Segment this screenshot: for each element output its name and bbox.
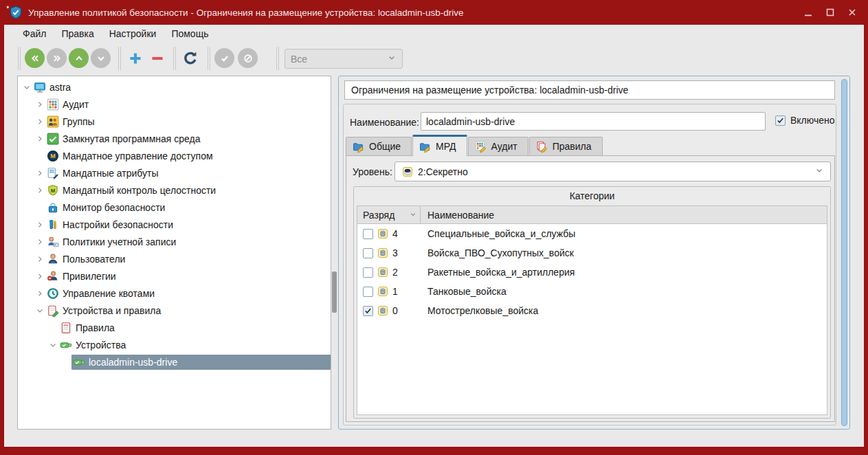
name-input[interactable] xyxy=(421,112,766,131)
menu-файл[interactable]: Файл xyxy=(15,26,54,41)
down-button[interactable] xyxy=(91,48,111,68)
enabled-label: Включено xyxy=(790,115,835,126)
tree-item[interactable]: MМандатный контроль целостности xyxy=(18,181,331,199)
account-policy-icon xyxy=(47,236,59,248)
tab-bar: ОбщиеМРДАудитПравила xyxy=(346,135,603,155)
chevron-right-icon[interactable] xyxy=(34,116,45,127)
tab-аудит[interactable]: Аудит xyxy=(468,137,528,155)
filter-dropdown[interactable]: Все xyxy=(285,49,403,69)
chevron-right-icon[interactable] xyxy=(34,185,45,196)
chevron-right-icon[interactable] xyxy=(34,99,45,110)
menu-bar: ФайлПравкаНастройкиПомощь xyxy=(4,25,864,43)
tab-правила[interactable]: Правила xyxy=(529,137,603,155)
users-icon xyxy=(47,253,59,265)
tree-item[interactable]: Управление квотами xyxy=(18,285,331,302)
tree-item[interactable]: Настройки безопасности xyxy=(18,216,331,233)
tab-мрд[interactable]: МРД xyxy=(412,135,467,156)
add-button[interactable] xyxy=(125,48,146,69)
apply-button[interactable] xyxy=(214,48,234,68)
up-button[interactable] xyxy=(69,48,89,68)
tree-item[interactable]: Устройства xyxy=(18,336,331,353)
row-checkbox[interactable] xyxy=(363,248,373,258)
row-checkbox[interactable] xyxy=(363,267,373,278)
expander-spacer xyxy=(34,202,45,213)
table-row[interactable]: 1Танковые_войска xyxy=(357,282,827,301)
tree-item[interactable]: Монитор безопасности xyxy=(18,199,331,216)
first-button[interactable] xyxy=(25,48,45,68)
table-row[interactable]: 0Мотострелковые_войска xyxy=(357,301,827,320)
tree-item-label: Пользователи xyxy=(63,254,125,265)
chevron-down-icon[interactable] xyxy=(34,305,45,316)
scrollbar-thumb[interactable] xyxy=(841,79,847,426)
window-title: Управление политикой безопасности - Огра… xyxy=(28,8,464,18)
tab-общие[interactable]: Общие xyxy=(346,137,412,155)
toolbar: Все xyxy=(4,43,864,74)
close-button[interactable] xyxy=(846,6,858,19)
table-row[interactable]: 3Войска_ПВО_Сухопутных_войск xyxy=(357,243,827,263)
row-checkbox[interactable] xyxy=(363,287,373,297)
tree-item-label: Устройства и правила xyxy=(63,305,161,316)
tree-item-label: Аудит xyxy=(63,99,89,110)
tree-item[interactable]: Мандатные атрибуты xyxy=(18,164,331,181)
tree-item-label: localadmin-usb-drive xyxy=(89,357,177,368)
table-row[interactable]: 4Специальные_войска_и_службы xyxy=(357,224,827,243)
table-row[interactable]: 2Ракетные_войска_и_артиллерия xyxy=(357,263,827,282)
tree-item[interactable]: Группы xyxy=(18,113,331,130)
level-value: 2:Секретно xyxy=(418,166,810,177)
app-window: Управление политикой безопасности - Огра… xyxy=(0,0,868,455)
tree-item[interactable]: Пользователи xyxy=(18,250,331,267)
rank-value: 4 xyxy=(392,228,398,239)
chevron-right-icon[interactable] xyxy=(34,271,45,282)
chevron-right-icon[interactable] xyxy=(34,236,45,247)
tree-item[interactable]: Политики учетной записи xyxy=(18,233,331,250)
row-checkbox[interactable] xyxy=(363,306,373,316)
tree-item[interactable]: astra xyxy=(18,78,331,96)
rank-value: 1 xyxy=(392,286,398,297)
tree-item-label: astra xyxy=(49,82,71,93)
category-icon xyxy=(377,267,388,278)
chevron-right-icon[interactable] xyxy=(34,254,45,265)
tree-item[interactable]: Привилегии xyxy=(18,267,331,285)
menu-настройки[interactable]: Настройки xyxy=(102,26,164,41)
monitor-icon xyxy=(34,81,46,93)
minimize-button[interactable] xyxy=(802,6,814,19)
column-header-name[interactable]: Наименование xyxy=(421,206,827,223)
level-dropdown[interactable]: 2:Секретно xyxy=(394,162,831,181)
category-name: Ракетные_войска_и_артиллерия xyxy=(421,263,827,282)
tree-item[interactable]: Аудит xyxy=(18,96,331,113)
shield-icon xyxy=(9,5,23,19)
last-button[interactable] xyxy=(47,48,67,68)
tree-item-label: Монитор безопасности xyxy=(63,202,165,213)
tree-item[interactable]: MМандатное управление доступом xyxy=(18,147,331,164)
enabled-checkbox[interactable] xyxy=(775,115,786,126)
maximize-button[interactable] xyxy=(824,6,836,19)
detail-panel: Ограничения на размещение устройства: lo… xyxy=(338,76,850,430)
tree-item-label: Политики учетной записи xyxy=(63,236,176,247)
remove-button[interactable] xyxy=(147,48,168,69)
security-monitor-icon xyxy=(47,201,59,214)
category-name: Мотострелковые_войска xyxy=(421,301,827,320)
cancel-button[interactable] xyxy=(238,48,258,68)
chevron-down-icon[interactable] xyxy=(47,340,58,351)
chevron-right-icon[interactable] xyxy=(34,288,45,299)
row-checkbox[interactable] xyxy=(363,229,373,239)
tree-item[interactable]: Правила xyxy=(18,319,331,336)
star-icon xyxy=(6,2,12,8)
chevron-right-icon[interactable] xyxy=(34,219,45,230)
panel-splitter[interactable] xyxy=(332,271,337,313)
chevron-down-icon[interactable] xyxy=(21,82,32,93)
tree-item-label: Настройки безопасности xyxy=(63,219,173,230)
toolbar-separator xyxy=(173,47,176,70)
menu-помощь[interactable]: Помощь xyxy=(164,26,216,41)
tree-item[interactable]: Замкнутая программная среда xyxy=(18,130,331,147)
refresh-button[interactable] xyxy=(180,48,201,69)
usb-drive-icon xyxy=(60,339,72,351)
integrity-shield-icon: M xyxy=(47,184,59,197)
tree-item[interactable]: localadmin-usb-drive xyxy=(18,353,331,370)
chevron-right-icon[interactable] xyxy=(34,168,45,179)
chevron-right-icon[interactable] xyxy=(34,133,45,144)
expander-spacer xyxy=(34,151,45,162)
menu-правка[interactable]: Правка xyxy=(54,26,101,41)
tree-item[interactable]: Устройства и правила xyxy=(18,302,331,319)
column-header-rank[interactable]: Разряд xyxy=(357,206,421,223)
